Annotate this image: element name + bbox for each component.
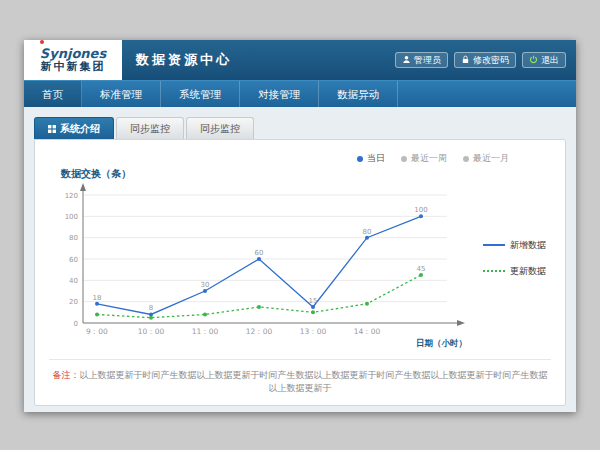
nav-item-standard-mgmt[interactable]: 标准管理 [82, 81, 161, 108]
nav-item-home[interactable]: 首页 [24, 81, 82, 108]
filter-label: 最近一周 [411, 152, 447, 165]
tab-label: 同步监控 [130, 118, 170, 139]
header: Synjones 新中新集团 数据资源中心 管理员 修改密码 退出 [24, 40, 576, 80]
time-filters: 当日 最近一周 最近一月 [49, 148, 551, 165]
svg-text:45: 45 [417, 265, 426, 273]
svg-text:60: 60 [69, 256, 78, 264]
svg-text:10：00: 10：00 [138, 327, 165, 336]
data-point [311, 310, 315, 314]
y-axis-title: 数据交换（条） [61, 167, 551, 181]
svg-text:80: 80 [363, 228, 372, 236]
svg-text:30: 30 [201, 281, 210, 289]
grid-icon [48, 125, 56, 133]
power-icon [529, 55, 538, 64]
chart-legend: 新增数据 更新数据 [483, 239, 546, 278]
filter-label: 最近一月 [473, 152, 509, 165]
chart-row: 0204060801001209：0010：0011：0012：0013：001… [49, 183, 551, 359]
svg-text:9：00: 9：00 [86, 327, 108, 336]
svg-text:120: 120 [65, 192, 78, 200]
data-point [311, 305, 315, 309]
main-nav: 首页 标准管理 系统管理 对接管理 数据异动 [24, 80, 576, 108]
legend-new-data: 新增数据 [483, 239, 546, 252]
remark-prefix: 备注： [53, 370, 80, 380]
filter-last-month[interactable]: 最近一月 [463, 152, 509, 165]
data-point [419, 273, 423, 277]
chart-card: 当日 最近一周 最近一月 数据交换（条） 0204060801001209：00… [34, 139, 566, 406]
data-point [365, 236, 369, 240]
data-point [95, 312, 99, 316]
logout-label: 退出 [541, 55, 559, 66]
svg-text:80: 80 [69, 234, 78, 242]
filter-label: 当日 [367, 152, 385, 165]
legend-label: 更新数据 [510, 265, 546, 278]
tab-sync-monitor-1[interactable]: 同步监控 [116, 117, 184, 139]
filter-last-week[interactable]: 最近一周 [401, 152, 447, 165]
blue-line-icon [483, 244, 505, 246]
header-bar: 数据资源中心 管理员 修改密码 退出 [122, 40, 576, 80]
content-area: 系统介绍 同步监控 同步监控 当日 最近一周 [24, 107, 576, 412]
tabs: 系统介绍 同步监控 同步监控 [34, 117, 566, 139]
data-point [95, 302, 99, 306]
line-chart: 0204060801001209：0010：0011：0012：0013：001… [49, 183, 481, 359]
data-point [257, 257, 261, 261]
legend-label: 新增数据 [510, 239, 546, 252]
svg-text:15: 15 [309, 297, 318, 305]
page-title: 数据资源中心 [136, 51, 232, 69]
svg-text:0: 0 [74, 320, 78, 328]
tab-system-intro[interactable]: 系统介绍 [34, 117, 114, 139]
filter-today[interactable]: 当日 [357, 152, 385, 165]
svg-text:8: 8 [149, 304, 153, 312]
data-point [419, 214, 423, 218]
svg-text:14：00: 14：00 [354, 327, 381, 336]
svg-text:18: 18 [93, 294, 102, 302]
radio-dot-icon [463, 156, 469, 162]
app-window: Synjones 新中新集团 数据资源中心 管理员 修改密码 退出 [24, 40, 576, 412]
logo: Synjones 新中新集团 [24, 40, 122, 80]
company-name: 新中新集团 [41, 61, 106, 73]
data-point [365, 302, 369, 306]
data-point [149, 316, 153, 320]
data-point [203, 289, 207, 293]
brand-name: Synjones [40, 47, 106, 61]
svg-text:12：00: 12：00 [246, 327, 273, 336]
nav-item-system-mgmt[interactable]: 系统管理 [161, 81, 240, 108]
lock-icon [461, 55, 470, 64]
data-point [257, 305, 261, 309]
svg-text:100: 100 [65, 213, 78, 221]
nav-item-data-change[interactable]: 数据异动 [319, 81, 398, 108]
tab-label: 系统介绍 [60, 118, 100, 139]
legend-updated-data: 更新数据 [483, 265, 546, 278]
svg-text:20: 20 [69, 298, 78, 306]
change-password-label: 修改密码 [473, 55, 509, 66]
radio-dot-icon [357, 156, 363, 162]
green-dotted-line-icon [483, 270, 505, 272]
svg-text:11：00: 11：00 [192, 327, 219, 336]
radio-dot-icon [401, 156, 407, 162]
change-password-button[interactable]: 修改密码 [454, 52, 516, 69]
svg-text:13：00: 13：00 [300, 327, 327, 336]
admin-button[interactable]: 管理员 [395, 52, 448, 69]
nav-item-integration-mgmt[interactable]: 对接管理 [240, 81, 319, 108]
svg-text:40: 40 [69, 277, 78, 285]
logout-button[interactable]: 退出 [522, 52, 566, 69]
svg-text:100: 100 [414, 206, 427, 214]
admin-button-label: 管理员 [414, 55, 441, 66]
tab-sync-monitor-2[interactable]: 同步监控 [186, 117, 254, 139]
svg-text:60: 60 [255, 249, 264, 257]
remark: 备注：以上数据更新于时间产生数据以上数据更新于时间产生数据以上数据更新于时间产生… [49, 359, 551, 395]
remark-text: 以上数据更新于时间产生数据以上数据更新于时间产生数据以上数据更新于时间产生数据以… [80, 370, 548, 393]
brand-red-dot [40, 40, 44, 44]
user-icon [402, 55, 411, 64]
svg-text:日期（小时）: 日期（小时） [416, 338, 467, 348]
header-actions: 管理员 修改密码 退出 [395, 52, 566, 69]
data-point [203, 312, 207, 316]
tab-label: 同步监控 [200, 118, 240, 139]
